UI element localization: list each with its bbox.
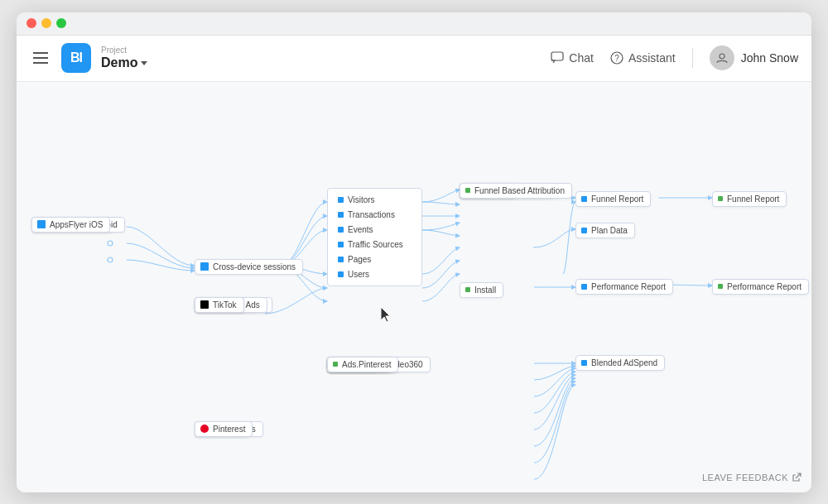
- feedback-button[interactable]: LEAVE FEEDBACK: [702, 473, 802, 482]
- node-plan-data-right[interactable]: Plan Data: [575, 223, 635, 238]
- logo: BI: [61, 43, 91, 73]
- flow-connections: [17, 82, 811, 492]
- node-ads-pinterest[interactable]: Ads.Pinterest: [327, 357, 398, 372]
- assistant-button[interactable]: ? Assistant: [610, 51, 676, 65]
- external-link-icon: [792, 473, 802, 482]
- node-install[interactable]: Install: [460, 282, 503, 298]
- node-pages[interactable]: Pages: [335, 253, 415, 266]
- node-users[interactable]: Users: [335, 268, 415, 281]
- project-label: Project: [101, 46, 147, 55]
- node-traffic-sources[interactable]: Traffic Sources: [335, 238, 415, 251]
- project-name[interactable]: Demo: [101, 55, 147, 70]
- navbar: BI Project Demo Chat ? Ass: [17, 36, 811, 82]
- node-funnel-report-far[interactable]: Funnel Report: [712, 191, 787, 207]
- chat-icon: [551, 51, 564, 65]
- minimize-button[interactable]: [41, 18, 51, 28]
- node-appsflyer-ios[interactable]: AppsFlyer iOS: [31, 217, 110, 233]
- user-name: John Snow: [741, 51, 798, 65]
- question-icon: ?: [610, 51, 623, 65]
- node-tiktok[interactable]: TikTok: [195, 297, 244, 313]
- svg-point-5: [108, 241, 113, 246]
- chat-button[interactable]: Chat: [551, 51, 594, 65]
- center-group: Visitors Transactions Events Traffic Sou…: [327, 188, 422, 286]
- nav-actions: Chat ? Assistant John Snow: [551, 46, 798, 70]
- node-visitors[interactable]: Visitors: [335, 194, 415, 206]
- node-pinterest[interactable]: Pinterest: [195, 421, 253, 437]
- user-icon: [715, 51, 729, 65]
- node-performance-report-far[interactable]: Performance Report: [712, 279, 809, 295]
- hamburger-menu[interactable]: [30, 49, 51, 67]
- project-info: Project Demo: [101, 46, 147, 70]
- user-menu[interactable]: John Snow: [710, 46, 798, 70]
- titlebar: [17, 12, 811, 36]
- svg-text:?: ?: [614, 54, 619, 63]
- close-button[interactable]: [26, 18, 36, 28]
- node-blended-adspend[interactable]: Blended AdSpend: [575, 355, 665, 371]
- nav-divider: [692, 48, 693, 68]
- node-performance-report-mid[interactable]: Performance Report: [575, 279, 673, 295]
- node-transactions[interactable]: Transactions: [335, 209, 415, 221]
- user-avatar: [710, 46, 734, 70]
- node-cross-device[interactable]: Cross-device sessions: [195, 259, 303, 275]
- node-funnel-attr[interactable]: Funnel Based Attribution: [460, 183, 572, 199]
- svg-rect-0: [551, 52, 563, 60]
- traffic-lights: [26, 18, 66, 28]
- fullscreen-button[interactable]: [56, 18, 66, 28]
- app-window: BI Project Demo Chat ? Ass: [17, 12, 811, 492]
- canvas-area: Events Intraday AppsFlyer Android AppsFl…: [17, 82, 811, 492]
- svg-point-3: [720, 54, 724, 59]
- node-events[interactable]: Events: [335, 223, 415, 236]
- node-funnel-report-mid[interactable]: Funnel Report: [575, 191, 651, 207]
- svg-point-6: [108, 257, 113, 262]
- project-dropdown-arrow: [141, 61, 147, 65]
